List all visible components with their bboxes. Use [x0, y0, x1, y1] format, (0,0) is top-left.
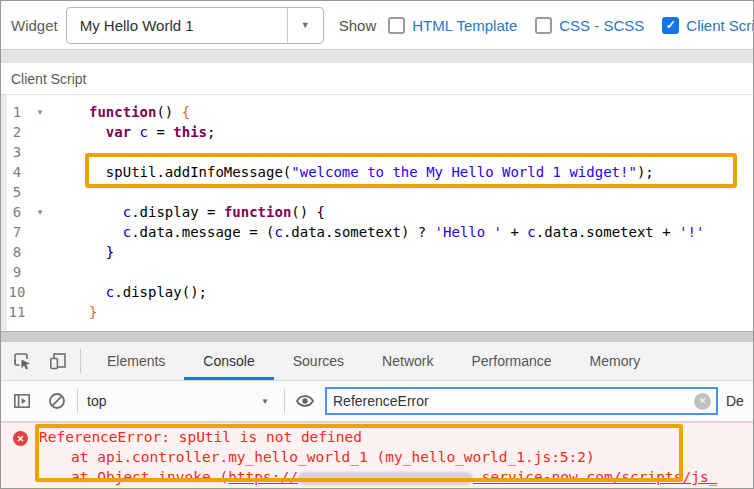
chevron-down-icon[interactable]: ▼	[287, 8, 323, 43]
tab-elements[interactable]: Elements	[88, 342, 184, 380]
fold-gutter	[33, 122, 47, 142]
console-filter-box: ✕	[325, 387, 718, 415]
code-editor[interactable]: 1▾function() {2 var c = this;34 spUtil.a…	[1, 95, 753, 331]
fold-gutter	[33, 162, 47, 182]
filter-clear-icon[interactable]: ✕	[694, 393, 711, 410]
error-stack-line: at api.controller.my_hello_world_1 (my_h…	[39, 447, 726, 467]
error-text: at api.controller.my_hello_world_1 (my_h…	[71, 449, 595, 465]
console-output: ✕ ReferenceError: spUtil is not defineda…	[1, 422, 753, 488]
checkbox-unchecked-icon[interactable]	[535, 17, 552, 34]
inspect-icon	[12, 351, 32, 371]
fold-gutter	[33, 282, 47, 302]
code-text: }	[47, 302, 97, 322]
stack-source-link[interactable]: https://	[228, 469, 298, 485]
javascript-context-select[interactable]: top ▼	[87, 393, 275, 409]
checkbox-css-scss[interactable]: CSS - SCSS	[535, 17, 644, 34]
console-filter-input[interactable]	[327, 393, 694, 409]
code-lines: 1▾function() {2 var c = this;34 spUtil.a…	[1, 102, 753, 322]
toolbar-divider	[1, 50, 753, 63]
code-text: spUtil.addInfoMessage("welcome to the My…	[47, 162, 654, 182]
error-icon: ✕	[13, 431, 28, 446]
error-stack-line: ReferenceError: spUtil is not defined	[39, 427, 726, 447]
toolbar-separator	[77, 389, 78, 413]
stack-source-link[interactable]: .service-now.com/scripts/js_	[473, 469, 717, 485]
widget-select[interactable]: My Hello World 1 ▼	[66, 7, 324, 44]
widget-toolbar: Widget My Hello World 1 ▼ Show HTML Temp…	[1, 1, 753, 50]
fold-gutter	[33, 222, 47, 242]
code-line-2[interactable]: 2 var c = this;	[1, 122, 753, 142]
checkbox-client-script[interactable]: ✓Client Script	[662, 17, 753, 34]
live-expression-button[interactable]	[294, 390, 316, 412]
code-text: }	[47, 242, 114, 262]
fold-gutter	[33, 262, 47, 282]
device-toolbar-icon	[48, 351, 68, 371]
code-text	[47, 142, 89, 162]
client-script-panel-header: Client Script	[1, 63, 753, 95]
console-sidebar-toggle-button[interactable]	[11, 390, 33, 412]
editor-left-margin	[1, 95, 7, 331]
default-levels-select-clipped[interactable]: De	[726, 393, 745, 409]
devtools-tabbar: ElementsConsoleSourcesNetworkPerformance…	[1, 342, 753, 381]
tab-memory[interactable]: Memory	[571, 342, 660, 380]
code-text: function() {	[47, 102, 190, 122]
eye-icon	[295, 391, 315, 411]
clear-console-icon	[47, 391, 67, 411]
widget-select-value: My Hello World 1	[67, 17, 287, 34]
tab-network[interactable]: Network	[363, 342, 452, 380]
code-line-1[interactable]: 1▾function() {	[1, 102, 753, 122]
checkbox-unchecked-icon[interactable]	[388, 17, 405, 34]
code-line-4[interactable]: 4 spUtil.addInfoMessage("welcome to the …	[1, 162, 753, 182]
device-toolbar-button[interactable]	[47, 350, 69, 372]
error-stack-line: at $controllerInit (https://.service-now…	[39, 487, 726, 488]
code-text: var c = this;	[47, 122, 215, 142]
code-line-8[interactable]: 8 }	[1, 242, 753, 262]
code-line-11[interactable]: 11}	[1, 302, 753, 322]
fold-gutter	[33, 142, 47, 162]
show-label: Show	[339, 17, 377, 34]
show-checkbox-group: HTML TemplateCSS - SCSS✓Client Script	[388, 17, 753, 34]
checkbox-html-template[interactable]: HTML Template	[388, 17, 517, 34]
console-sidebar-icon	[12, 391, 32, 411]
console-error-message: ReferenceError: spUtil is not definedat …	[39, 427, 726, 488]
fold-arrow-icon[interactable]: ▾	[33, 202, 47, 222]
code-line-10[interactable]: 10 c.display();	[1, 282, 753, 302]
error-stack-line: at Object.invoke (https://.service-now.c…	[39, 467, 726, 487]
error-text: ReferenceError: spUtil is not defined	[39, 429, 362, 445]
clear-console-button[interactable]	[46, 390, 68, 412]
checkbox-checked-icon[interactable]: ✓	[662, 17, 679, 34]
code-line-6[interactable]: 6▾ c.display = function() {	[1, 202, 753, 222]
code-text: c.data.message = (c.data.sometext) ? 'He…	[47, 222, 704, 242]
devtools-tool-icons	[1, 342, 73, 380]
tab-console[interactable]: Console	[184, 342, 273, 380]
panel-title: Client Script	[11, 71, 86, 87]
code-text	[47, 182, 89, 202]
checkbox-label[interactable]: HTML Template	[412, 17, 517, 34]
code-line-5[interactable]: 5	[1, 182, 753, 202]
fold-gutter	[33, 302, 47, 322]
console-toolbar: top ▼ ✕ De	[1, 381, 753, 422]
redacted-instance-name	[298, 472, 473, 485]
code-text: c.display();	[47, 282, 207, 302]
tab-performance[interactable]: Performance	[452, 342, 570, 380]
app-window: Widget My Hello World 1 ▼ Show HTML Temp…	[0, 0, 754, 489]
error-text: at Object.invoke (	[71, 469, 228, 485]
inspect-element-button[interactable]	[11, 350, 33, 372]
code-line-9[interactable]: 9	[1, 262, 753, 282]
checkbox-label[interactable]: Client Script	[686, 17, 753, 34]
fold-arrow-icon[interactable]: ▾	[33, 102, 47, 122]
widget-label: Widget	[11, 17, 58, 34]
devtools-tabs: ElementsConsoleSourcesNetworkPerformance…	[88, 342, 659, 380]
fold-gutter	[33, 182, 47, 202]
code-line-7[interactable]: 7 c.data.message = (c.data.sometext) ? '…	[1, 222, 753, 242]
page-devtools-divider	[1, 331, 753, 342]
checkbox-label[interactable]: CSS - SCSS	[559, 17, 644, 34]
toolbar-separator	[284, 389, 285, 413]
fold-gutter	[33, 242, 47, 262]
tab-sources[interactable]: Sources	[274, 342, 363, 380]
context-select-value: top	[87, 393, 106, 409]
tabbar-separator	[80, 349, 81, 373]
chevron-down-icon: ▼	[261, 397, 275, 406]
code-text: c.display = function() {	[47, 202, 325, 222]
code-line-3[interactable]: 3	[1, 142, 753, 162]
code-text	[47, 262, 89, 282]
